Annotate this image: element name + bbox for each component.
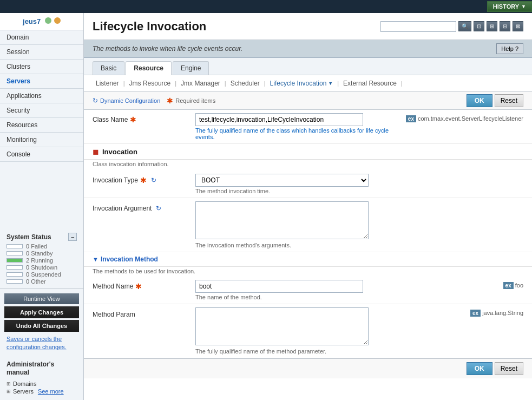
- search-input[interactable]: [380, 21, 456, 32]
- system-status-toggle[interactable]: –: [68, 233, 77, 241]
- class-name-hint: The fully qualified name of the class wh…: [195, 127, 397, 140]
- sidebar-item-session[interactable]: Session: [0, 45, 83, 60]
- invocation-type-row: Invocation Type ✱ ↻ BOOT SHUTDOWN REDEPL…: [84, 171, 532, 198]
- see-more-link[interactable]: See more: [38, 388, 64, 395]
- invocation-arg-hint: The invocation method's arguments.: [195, 242, 523, 248]
- class-name-input[interactable]: [195, 113, 363, 126]
- subnav-divider-5: |: [337, 80, 339, 87]
- method-name-label: Method Name ✱: [93, 280, 195, 291]
- status-running-label: 2 Running: [26, 257, 53, 264]
- method-param-example-value: java.lang.String: [482, 310, 523, 316]
- invocation-arg-reset-icon[interactable]: ↻: [156, 205, 161, 212]
- status-standby-label: 0 Standby: [26, 250, 53, 257]
- apply-changes-button[interactable]: Apply Changes: [4, 306, 79, 318]
- status-icon-orange: [54, 17, 61, 24]
- invocation-arg-textarea[interactable]: [195, 201, 369, 239]
- runtime-view-button[interactable]: Runtime View: [4, 293, 79, 304]
- tab-resource[interactable]: Resource: [126, 61, 172, 75]
- class-name-row: Class Name ✱ The fully qualified name of…: [84, 110, 532, 144]
- invocation-type-hint: The method invocation time.: [195, 188, 523, 194]
- invocation-method-title: Invocation Method: [101, 255, 158, 263]
- status-bar-standby: [6, 251, 23, 255]
- invocation-type-reset-icon[interactable]: ↻: [151, 176, 156, 184]
- invocation-arg-control: The invocation method's arguments.: [195, 201, 523, 248]
- invocation-type-label: Invocation Type ✱ ↻: [93, 174, 195, 185]
- action-right: OK Reset: [467, 94, 523, 107]
- bottom-reset-button[interactable]: Reset: [495, 362, 523, 375]
- help-icon: ?: [515, 45, 518, 52]
- status-shutdown: 0 Shutdown: [6, 264, 77, 271]
- status-bar-shutdown: [6, 265, 23, 270]
- help-button[interactable]: Help ?: [496, 43, 523, 54]
- tab-basic[interactable]: Basic: [93, 61, 124, 75]
- system-status-section: System Status – 0 Failed 0 Standby 2 Run…: [0, 229, 83, 289]
- status-suspended-label: 0 Suspended: [26, 271, 61, 278]
- subnav-lifecycle-invocation[interactable]: Lifecycle Invocation ▼: [267, 78, 337, 88]
- reset-button[interactable]: Reset: [495, 94, 523, 107]
- sidebar-item-applications[interactable]: Applications: [0, 89, 83, 103]
- admin-servers-link[interactable]: ⊞ Servers See more: [6, 388, 77, 395]
- tool-button-1[interactable]: ⊡: [474, 21, 484, 31]
- tool-button-4[interactable]: ⊠: [513, 21, 523, 31]
- ok-button[interactable]: OK: [467, 94, 492, 107]
- system-status-header: System Status –: [6, 233, 77, 241]
- bottom-action-bar: OK Reset: [84, 358, 532, 378]
- method-name-control: The name of the method.: [195, 280, 495, 300]
- lifecycle-dropdown-icon: ▼: [328, 81, 333, 86]
- invocation-arg-row: Invocation Argument ↻ The invocation met…: [84, 198, 532, 252]
- action-bar: ↻ Dynamic Configuration ✱ Required items…: [84, 92, 532, 110]
- dynamic-config[interactable]: ↻ Dynamic Configuration: [93, 97, 160, 104]
- bottom-ok-button[interactable]: OK: [467, 362, 492, 375]
- help-label: Help: [501, 45, 514, 52]
- saves-config-link[interactable]: Saves or cancels the configuration chang…: [4, 335, 79, 352]
- method-param-example-prefix: ex: [470, 310, 481, 317]
- sidebar-item-domain[interactable]: Domain: [0, 30, 83, 45]
- method-name-example-prefix: ex: [503, 282, 514, 289]
- history-dropdown-icon: ▼: [521, 4, 526, 9]
- method-name-input[interactable]: [195, 280, 363, 293]
- sidebar-item-clusters[interactable]: Clusters: [0, 60, 83, 74]
- class-name-required-icon: ✱: [130, 115, 136, 124]
- subnav-listener[interactable]: Listener: [93, 78, 122, 88]
- dynamic-config-label: Dynamic Configuration: [100, 97, 160, 104]
- status-bar-other: [6, 279, 23, 284]
- class-name-example-prefix: ex: [406, 115, 416, 122]
- domains-grid-icon: ⊞: [6, 381, 11, 386]
- admin-domains-link[interactable]: ⊞ Domains: [6, 381, 77, 387]
- subnav-divider-4: |: [264, 80, 266, 87]
- page-title: Lifecycle Invocation: [93, 19, 206, 34]
- subnav-scheduler[interactable]: Scheduler: [227, 78, 263, 88]
- tool-button-3[interactable]: ⊟: [500, 21, 510, 31]
- status-failed-label: 0 Failed: [26, 243, 47, 250]
- help-bar: The methods to invoke when life cycle ev…: [84, 40, 532, 58]
- tool-button-2[interactable]: ⊞: [487, 21, 497, 31]
- content-header: Lifecycle Invocation 🔍 ⊡ ⊞ ⊟ ⊠: [84, 13, 532, 40]
- undo-changes-button[interactable]: Undo All Changes: [4, 320, 79, 332]
- subnav-jmx-manager[interactable]: Jmx Manager: [178, 78, 224, 88]
- invocation-method-subtitle: The methods to be used for invocation.: [84, 267, 532, 277]
- search-button[interactable]: 🔍: [458, 21, 471, 31]
- action-left: ↻ Dynamic Configuration ✱ Required items: [93, 96, 215, 105]
- servers-grid-icon: ⊞: [6, 389, 11, 394]
- status-bar-running: [6, 258, 23, 263]
- subnav-divider-2: |: [175, 80, 176, 87]
- sidebar-item-console[interactable]: Console: [0, 147, 83, 162]
- tab-engine[interactable]: Engine: [173, 61, 209, 75]
- subnav-external-resource[interactable]: External Resource: [340, 78, 400, 88]
- invocation-method-header[interactable]: ▼ Invocation Method: [84, 252, 532, 267]
- header-tools: 🔍 ⊡ ⊞ ⊟ ⊠: [380, 21, 523, 32]
- sidebar-header: jeus7: [0, 13, 83, 30]
- invocation-type-control: BOOT SHUTDOWN REDEPLOY The method invoca…: [195, 174, 523, 194]
- subnav-jms-resource[interactable]: Jms Resource: [126, 78, 174, 88]
- sidebar-item-servers[interactable]: Servers: [0, 74, 83, 89]
- subnav-divider-3: |: [225, 80, 226, 87]
- status-other: 0 Other: [6, 278, 77, 285]
- invocation-type-select[interactable]: BOOT SHUTDOWN REDEPLOY: [195, 174, 369, 187]
- history-button[interactable]: HISTORY ▼: [487, 1, 532, 12]
- method-name-example: ex foo: [503, 280, 523, 289]
- method-param-textarea[interactable]: [195, 307, 369, 345]
- sidebar-item-security[interactable]: Security: [0, 103, 83, 118]
- tabs: Basic Resource Engine: [84, 58, 532, 75]
- sidebar-item-resources[interactable]: Resources: [0, 118, 83, 133]
- sidebar-item-monitoring[interactable]: Monitoring: [0, 133, 83, 147]
